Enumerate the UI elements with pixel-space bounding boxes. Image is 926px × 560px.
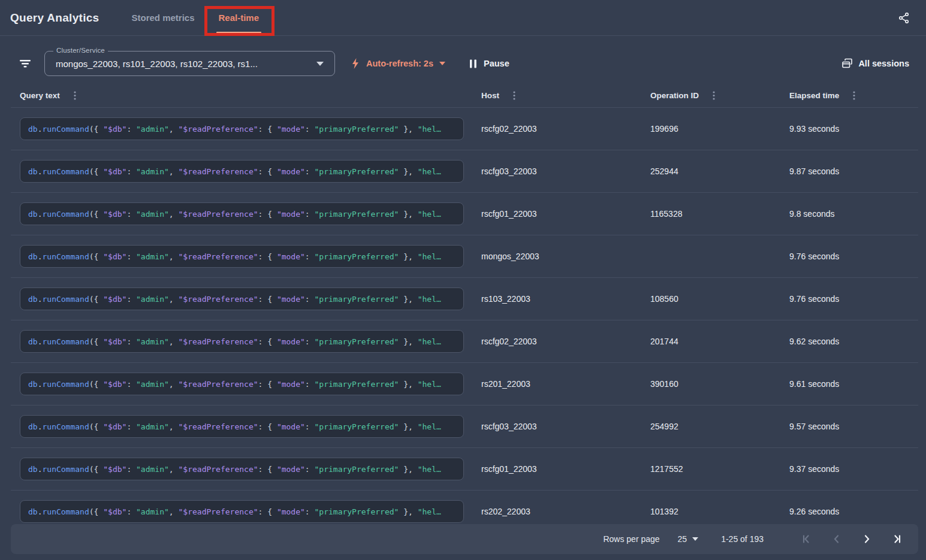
code-token: : — [305, 210, 315, 219]
column-header-operation-id: Operation ID — [650, 90, 789, 101]
query-text-cell: db.runCommand({ "$db": "admin", "$readPr… — [20, 245, 481, 268]
auto-refresh-button[interactable]: Auto-refresh: 2s — [351, 57, 445, 69]
column-menu-button[interactable] — [512, 90, 517, 101]
table-row[interactable]: db.runCommand({ "$db": "admin", "$readPr… — [11, 320, 918, 363]
code-token: . — [38, 252, 43, 261]
table-row[interactable]: db.runCommand({ "$db": "admin", "$readPr… — [11, 193, 918, 235]
code-token: "hel… — [418, 295, 441, 304]
code-token: "mode" — [277, 465, 305, 474]
column-menu-button[interactable] — [73, 90, 77, 101]
operation-id-cell: 201744 — [650, 337, 789, 346]
code-token: , — [169, 167, 179, 176]
code-token: . — [38, 507, 43, 516]
code-token: db — [28, 295, 38, 304]
table-row[interactable]: db.runCommand({ "$db": "admin", "$readPr… — [11, 405, 918, 448]
code-token: : { — [258, 465, 277, 474]
code-token: ({ — [89, 210, 103, 219]
query-text-cell: db.runCommand({ "$db": "admin", "$readPr… — [20, 458, 481, 480]
query-text-cell: db.runCommand({ "$db": "admin", "$readPr… — [20, 415, 481, 438]
tab-real-time[interactable]: Real-time — [209, 0, 269, 35]
code-token: }, — [399, 295, 417, 304]
table-row[interactable]: db.runCommand({ "$db": "admin", "$readPr… — [11, 363, 918, 405]
code-token: : { — [258, 422, 277, 431]
code-token: : — [126, 295, 136, 304]
last-page-icon — [892, 534, 901, 544]
tab-stored-metrics[interactable]: Stored metrics — [121, 0, 209, 35]
code-token: : — [305, 380, 315, 389]
code-token: : — [305, 507, 315, 516]
code-token: db — [28, 337, 38, 346]
code-token: "$readPreference" — [179, 507, 258, 516]
code-token: }, — [399, 167, 417, 176]
operation-id-cell: 108560 — [650, 294, 789, 304]
query-code[interactable]: db.runCommand({ "$db": "admin", "$readPr… — [20, 117, 464, 140]
column-menu-button[interactable] — [711, 90, 716, 101]
query-code[interactable]: db.runCommand({ "$db": "admin", "$readPr… — [20, 160, 464, 183]
host-cell: rs103_22003 — [481, 294, 650, 304]
code-token: "admin" — [136, 210, 169, 219]
cluster-service-select[interactable]: Cluster/Service mongos_22003, rs101_2200… — [44, 51, 335, 76]
code-token: runCommand — [42, 507, 89, 516]
share-button[interactable] — [895, 9, 913, 27]
table-row[interactable]: db.runCommand({ "$db": "admin", "$readPr… — [11, 150, 918, 193]
code-token: "hel… — [418, 337, 441, 346]
host-cell: rs201_22003 — [481, 379, 650, 389]
code-token: }, — [399, 125, 417, 134]
code-token: : { — [258, 380, 277, 389]
code-token: : — [126, 507, 136, 516]
all-sessions-button[interactable]: All sessions — [841, 58, 909, 69]
code-token: db — [28, 507, 38, 516]
code-token: , — [169, 507, 179, 516]
code-token: "admin" — [136, 125, 169, 134]
filter-button[interactable] — [17, 56, 34, 71]
pause-button[interactable]: Pause — [469, 59, 509, 68]
code-token: : — [305, 337, 315, 346]
code-token: "primaryPreferred" — [315, 337, 399, 346]
query-code[interactable]: db.runCommand({ "$db": "admin", "$readPr… — [20, 245, 464, 268]
query-code[interactable]: db.runCommand({ "$db": "admin", "$readPr… — [20, 500, 464, 523]
code-token: db — [28, 125, 38, 134]
query-code[interactable]: db.runCommand({ "$db": "admin", "$readPr… — [20, 458, 464, 480]
code-token: : — [305, 125, 315, 134]
query-code[interactable]: db.runCommand({ "$db": "admin", "$readPr… — [20, 202, 464, 225]
host-cell: rscfg01_22003 — [481, 464, 650, 474]
code-token: "$readPreference" — [179, 167, 258, 176]
code-token: "admin" — [136, 422, 169, 431]
table-row[interactable]: db.runCommand({ "$db": "admin", "$readPr… — [11, 108, 918, 150]
last-page-button[interactable] — [888, 531, 905, 547]
page-title: Query Analytics — [10, 11, 99, 25]
chevron-down-icon — [316, 62, 324, 66]
code-token: "hel… — [418, 167, 441, 176]
code-token: "primaryPreferred" — [315, 295, 399, 304]
cluster-service-label: Cluster/Service — [53, 47, 108, 54]
rows-per-page-select[interactable]: 25 — [678, 534, 699, 544]
table-row[interactable]: db.runCommand({ "$db": "admin", "$readPr… — [11, 278, 918, 320]
code-token: "$db" — [103, 167, 126, 176]
first-page-button[interactable] — [798, 531, 815, 547]
code-token: "mode" — [277, 252, 305, 261]
code-token: "mode" — [277, 380, 305, 389]
elapsed-cell: 9.62 seconds — [789, 337, 918, 346]
query-code[interactable]: db.runCommand({ "$db": "admin", "$readPr… — [20, 373, 464, 395]
column-menu-button[interactable] — [852, 90, 856, 101]
query-text-cell: db.runCommand({ "$db": "admin", "$readPr… — [20, 160, 481, 183]
query-code[interactable]: db.runCommand({ "$db": "admin", "$readPr… — [20, 330, 464, 353]
code-token: "hel… — [418, 252, 441, 261]
prev-page-button[interactable] — [828, 531, 845, 547]
next-page-button[interactable] — [858, 531, 875, 547]
code-token: "$db" — [103, 210, 126, 219]
query-code[interactable]: db.runCommand({ "$db": "admin", "$readPr… — [20, 287, 464, 310]
code-token: "primaryPreferred" — [315, 125, 399, 134]
code-token: . — [38, 337, 43, 346]
table-row[interactable]: db.runCommand({ "$db": "admin", "$readPr… — [11, 448, 918, 491]
code-token: "mode" — [277, 167, 305, 176]
query-text-cell: db.runCommand({ "$db": "admin", "$readPr… — [20, 373, 481, 395]
code-token: "mode" — [277, 295, 305, 304]
code-token: "hel… — [418, 210, 441, 219]
elapsed-cell: 9.26 seconds — [789, 507, 918, 516]
code-token: , — [169, 465, 179, 474]
query-code[interactable]: db.runCommand({ "$db": "admin", "$readPr… — [20, 415, 464, 438]
table-row[interactable]: db.runCommand({ "$db": "admin", "$readPr… — [11, 235, 918, 278]
code-token: "mode" — [277, 507, 305, 516]
column-menu-icon — [853, 91, 855, 100]
